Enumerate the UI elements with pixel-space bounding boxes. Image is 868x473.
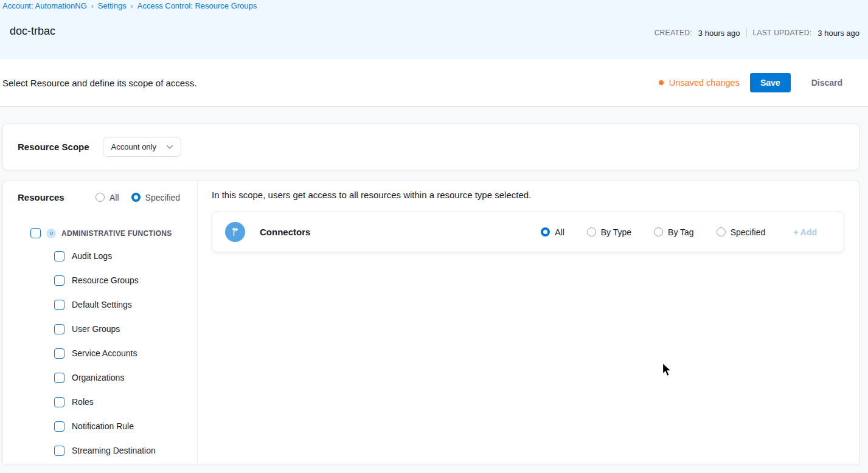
checkbox[interactable] bbox=[54, 251, 64, 261]
checkbox[interactable] bbox=[54, 275, 64, 286]
resource-type-default-settings[interactable]: Default Settings bbox=[3, 292, 197, 317]
resource-type-streaming-destination[interactable]: Streaming Destination bbox=[3, 438, 197, 463]
created-label: CREATED: bbox=[654, 29, 692, 37]
radio-icon[interactable] bbox=[95, 193, 105, 202]
resources-all-option[interactable]: All bbox=[95, 193, 119, 202]
breadcrumb-resource-groups-link[interactable]: Access Control: Resource Groups bbox=[137, 1, 257, 10]
radio-icon[interactable] bbox=[654, 227, 663, 236]
category-administrative-functions[interactable]: ADMINISTRATIVE FUNCTIONS bbox=[30, 228, 197, 238]
resource-type-notification-rule[interactable]: Notification Rule bbox=[3, 414, 197, 438]
created-value: 3 hours ago bbox=[698, 29, 740, 38]
checkbox[interactable] bbox=[54, 324, 64, 334]
resources-header: Resources All Specified bbox=[3, 192, 197, 202]
resource-type-resource-groups[interactable]: Resource Groups bbox=[3, 268, 197, 292]
unsaved-dot-icon bbox=[659, 80, 664, 85]
radio-label: All bbox=[109, 193, 119, 202]
last-updated-value: 3 hours ago bbox=[818, 29, 859, 38]
connectors-label: Connectors bbox=[260, 227, 310, 237]
resources-scope-radio-group: All Specified bbox=[95, 193, 180, 202]
resource-type-service-accounts[interactable]: Service Accounts bbox=[3, 341, 197, 365]
resource-type-roles[interactable]: Roles bbox=[3, 390, 197, 414]
checkbox[interactable] bbox=[54, 300, 64, 310]
resource-scope-card: Resource Scope Account only bbox=[2, 123, 859, 170]
add-button[interactable]: + Add bbox=[793, 227, 817, 237]
resource-type-label: Streaming Destination bbox=[72, 446, 156, 455]
breadcrumb-account-link[interactable]: Account: AutomationNG bbox=[2, 1, 87, 10]
toolbar: Select Resource and define its scope of … bbox=[0, 59, 868, 107]
discard-button[interactable]: Discard bbox=[804, 73, 850, 92]
resource-type-label: Service Accounts bbox=[72, 348, 137, 358]
resource-type-audit-logs[interactable]: Audit Logs bbox=[3, 244, 197, 268]
radio-icon[interactable] bbox=[587, 227, 596, 236]
chevron-down-icon bbox=[166, 145, 173, 150]
radio-label: Specified bbox=[145, 193, 181, 202]
resource-type-label: Resource Groups bbox=[72, 275, 139, 285]
category-label: ADMINISTRATIVE FUNCTIONS bbox=[61, 229, 172, 238]
unsaved-changes-indicator: Unsaved changes bbox=[659, 78, 740, 88]
checkbox[interactable] bbox=[54, 421, 64, 432]
resource-type-list: Audit Logs Resource Groups Default Setti… bbox=[3, 244, 197, 463]
resources-specified-option[interactable]: Specified bbox=[131, 193, 181, 202]
connectors-by-tag-option[interactable]: By Tag bbox=[654, 227, 694, 237]
resource-type-organizations[interactable]: Organizations bbox=[3, 365, 197, 390]
connectors-by-type-option[interactable]: By Type bbox=[587, 227, 631, 237]
scope-description: In this scope, users get access to all r… bbox=[212, 190, 844, 200]
connectors-specified-option[interactable]: Specified bbox=[717, 227, 766, 237]
checkbox[interactable] bbox=[54, 397, 64, 407]
page-header: Account: AutomationNG › Settings › Acces… bbox=[0, 0, 868, 59]
resource-detail-panel: In this scope, users get access to all r… bbox=[198, 181, 859, 464]
radio-selected-icon[interactable] bbox=[131, 193, 141, 202]
radio-label: All bbox=[555, 227, 564, 237]
breadcrumb-settings-link[interactable]: Settings bbox=[98, 1, 127, 10]
resource-type-label: Notification Rule bbox=[72, 421, 134, 431]
toolbar-actions: Unsaved changes Save Discard bbox=[659, 73, 850, 92]
category-collapse-icon[interactable] bbox=[46, 229, 56, 238]
connectors-filter-group: All By Type By Tag Specified bbox=[541, 227, 765, 237]
resource-scope-label: Resource Scope bbox=[18, 142, 89, 152]
checkbox[interactable] bbox=[30, 228, 41, 238]
resource-type-label: Default Settings bbox=[72, 300, 132, 309]
last-updated-label: LAST UPDATED: bbox=[753, 29, 812, 37]
resource-type-label: Organizations bbox=[72, 373, 124, 382]
resources-title: Resources bbox=[18, 192, 81, 202]
resources-panel: Resources All Specified ADMINISTRATIVE F… bbox=[3, 181, 198, 464]
radio-icon[interactable] bbox=[717, 227, 726, 236]
resource-scope-select[interactable]: Account only bbox=[103, 137, 181, 157]
radio-label: By Tag bbox=[668, 227, 694, 237]
resources-card: Resources All Specified ADMINISTRATIVE F… bbox=[2, 180, 859, 464]
breadcrumb: Account: AutomationNG › Settings › Acces… bbox=[2, 1, 257, 10]
unsaved-changes-label: Unsaved changes bbox=[669, 78, 740, 88]
resource-type-label: User Groups bbox=[72, 324, 120, 334]
checkbox[interactable] bbox=[54, 446, 64, 456]
meta-divider bbox=[746, 28, 747, 38]
chevron-right-icon: › bbox=[91, 2, 94, 10]
header-meta: CREATED: 3 hours ago LAST UPDATED: 3 hou… bbox=[654, 28, 859, 38]
save-button[interactable]: Save bbox=[750, 73, 791, 92]
resource-type-label: Roles bbox=[72, 397, 94, 407]
resource-type-user-groups[interactable]: User Groups bbox=[3, 317, 197, 341]
resource-scope-selected-value: Account only bbox=[111, 142, 156, 151]
checkbox[interactable] bbox=[54, 348, 64, 359]
connectors-row: Connectors All By Type By Tag Specified bbox=[212, 212, 844, 252]
radio-label: Specified bbox=[731, 227, 766, 237]
checkbox[interactable] bbox=[54, 373, 64, 383]
page-title: doc-trbac bbox=[10, 25, 55, 38]
radio-label: By Type bbox=[601, 227, 631, 237]
resource-type-label: Audit Logs bbox=[72, 251, 112, 261]
toolbar-description: Select Resource and define its scope of … bbox=[2, 78, 196, 88]
connectors-all-option[interactable]: All bbox=[541, 227, 564, 237]
radio-selected-icon[interactable] bbox=[541, 227, 550, 236]
connectors-icon bbox=[225, 222, 245, 242]
chevron-right-icon: › bbox=[131, 2, 133, 10]
